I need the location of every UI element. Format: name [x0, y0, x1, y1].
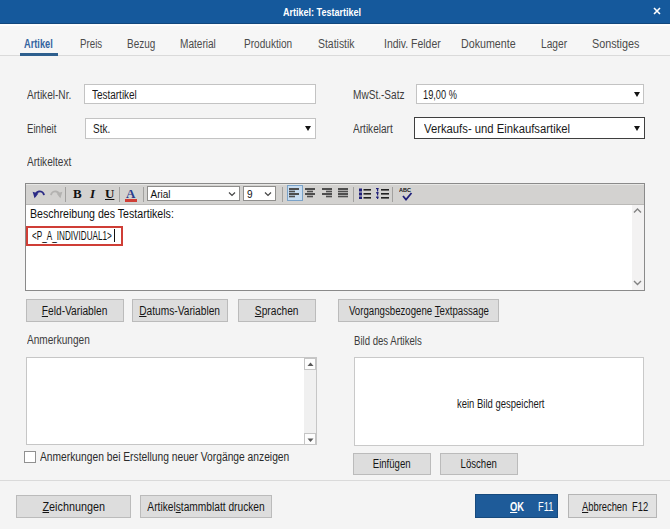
svg-text:ABC: ABC [399, 187, 411, 193]
